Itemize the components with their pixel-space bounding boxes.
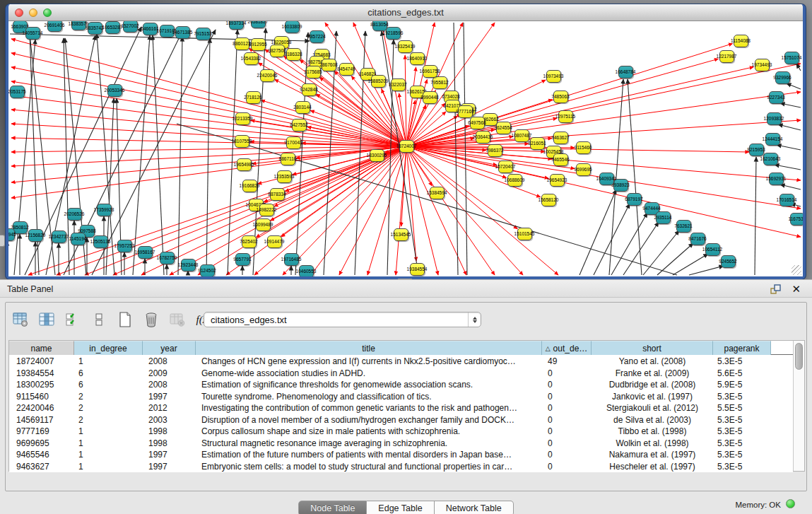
window-titlebar[interactable]: citations_edges.txt <box>8 4 803 21</box>
network-node[interactable]: 1167533 <box>790 213 804 226</box>
network-node[interactable]: 10460553 <box>299 265 314 276</box>
network-node[interactable]: 19166829 <box>242 180 257 192</box>
network-node[interactable]: 1527002 <box>123 21 138 33</box>
network-node[interactable]: 8427552 <box>292 119 307 132</box>
network-node[interactable]: 9242848 <box>302 83 317 96</box>
network-node[interactable]: 3175685 <box>306 66 321 78</box>
show-columns-icon[interactable] <box>37 310 56 329</box>
network-node[interactable]: 2935114 <box>656 211 671 224</box>
column-header-indegree[interactable]: in_degree <box>74 341 143 355</box>
select-attributes-icon[interactable] <box>64 310 82 329</box>
network-node[interactable]: 18107558 <box>235 135 249 148</box>
network-node[interactable]: 19654985 <box>237 158 252 171</box>
network-node[interactable]: 20581827 <box>251 21 266 28</box>
network-node[interactable]: 9827508 <box>270 45 285 57</box>
network-node[interactable]: 12923448 <box>181 259 196 271</box>
network-node[interactable]: 16782759 <box>160 252 175 264</box>
network-node[interactable]: 15134545 <box>394 228 408 241</box>
network-node[interactable]: 10543382 <box>244 52 259 65</box>
network-node[interactable]: 9124502 <box>200 264 215 276</box>
network-node[interactable]: 11154088 <box>734 35 748 47</box>
network-node[interactable]: 12444154 <box>765 133 780 146</box>
network-node[interactable]: 12505135 <box>93 235 108 248</box>
column-header-name[interactable]: name <box>9 341 74 355</box>
network-node[interactable]: 15751074 <box>784 52 799 64</box>
column-header-pagerank[interactable]: pagerank <box>713 341 771 355</box>
network-node[interactable]: 12975115 <box>558 110 573 123</box>
network-node[interactable]: 10688609 <box>507 174 522 187</box>
network-node[interactable]: 20053346 <box>107 84 122 97</box>
network-node[interactable]: 7857224 <box>310 30 324 43</box>
network-node[interactable]: 15692931 <box>769 173 784 185</box>
network-node[interactable]: 10914479 <box>267 235 282 248</box>
network-node[interactable]: 8912955 <box>251 38 266 51</box>
network-node[interactable]: 8867110 <box>281 153 295 165</box>
table-row[interactable]: 911546021997Tourette syndrome. Phenomeno… <box>9 391 793 403</box>
network-node[interactable]: 9835742 <box>88 22 102 35</box>
window-resize-grip[interactable] <box>792 265 801 275</box>
network-node[interactable]: 12342737 <box>52 230 66 243</box>
network-node[interactable]: 2718126 <box>246 91 261 104</box>
table-row[interactable]: 1872400712008Changes of HCN gene express… <box>9 356 793 368</box>
table-row[interactable]: 1830029562008Estimation of significance … <box>9 379 793 391</box>
network-node[interactable]: 7485063 <box>553 90 568 103</box>
table-row[interactable]: 977716911998Corpus callosum shape and si… <box>9 426 793 438</box>
network-node[interactable]: 9657791 <box>235 253 250 266</box>
network-node[interactable]: 15885209 <box>371 75 386 88</box>
network-node[interactable]: 8215953 <box>749 144 764 156</box>
table-row[interactable]: 1938455462009Genome-wide association stu… <box>9 368 793 380</box>
collapsed-panel-handle[interactable] <box>0 235 5 247</box>
network-node[interactable]: 16033809 <box>285 21 300 33</box>
network-node[interactable]: 10654112 <box>705 243 720 256</box>
network-node[interactable]: 17957253 <box>117 240 132 252</box>
network-node[interactable]: 19716485 <box>284 253 299 266</box>
column-header-title[interactable]: title <box>196 341 542 355</box>
network-node[interactable]: 14982222 <box>259 204 274 216</box>
network-node[interactable]: 2867608 <box>322 59 336 71</box>
column-header-short[interactable]: short <box>592 341 713 355</box>
network-node[interactable]: 18383579 <box>71 21 86 30</box>
scrollbar-thumb[interactable] <box>795 343 803 370</box>
column-header-outde[interactable]: △out_de… <box>542 341 592 355</box>
network-node[interactable]: 8471676 <box>690 233 705 245</box>
network-hub-node[interactable]: 18724007 <box>399 140 414 153</box>
network-node[interactable]: 17359928 <box>97 204 112 216</box>
row-height-icon[interactable] <box>90 310 108 329</box>
vertical-scrollbar[interactable] <box>793 341 804 471</box>
network-node[interactable]: 9777169 <box>458 105 473 118</box>
network-node[interactable]: 6466161 <box>143 23 158 35</box>
float-panel-icon[interactable] <box>770 284 781 294</box>
network-node[interactable]: 10807487 <box>514 129 529 142</box>
network-node[interactable]: 12156829 <box>28 229 43 242</box>
network-node[interactable]: 7986372 <box>488 144 502 157</box>
network-node[interactable]: 19384554 <box>410 263 425 276</box>
network-node[interactable]: 20364436 <box>476 131 490 144</box>
delete-attribute-icon[interactable] <box>142 310 160 329</box>
network-node[interactable]: 16210643 <box>763 153 778 165</box>
table-row[interactable]: 969969511998Structural magnetic resonanc… <box>9 438 793 450</box>
network-node[interactable]: 2053175 <box>10 86 25 98</box>
network-node[interactable]: 8860123 <box>235 37 249 50</box>
network-node[interactable]: 17016514 <box>779 194 794 206</box>
network-node[interactable]: 22420046 <box>260 69 275 82</box>
network-node[interactable]: 18325419 <box>398 40 413 53</box>
close-panel-icon[interactable]: ✕ <box>792 283 801 296</box>
table-row[interactable]: 946554611997Estimation of the future num… <box>9 449 793 461</box>
network-node[interactable]: 20206526 <box>67 208 82 221</box>
network-node[interactable]: 8454749 <box>339 63 354 76</box>
network-node[interactable]: 1145194 <box>71 233 86 245</box>
table-select-dropdown[interactable]: citations_edges.txt <box>204 312 481 327</box>
network-node[interactable]: 7915153 <box>196 28 211 40</box>
network-node[interactable]: 15384594 <box>430 187 445 199</box>
network-node[interactable]: 18300295 <box>370 149 384 162</box>
table-row[interactable]: 2242004622012Investigating the contribut… <box>9 402 793 414</box>
network-node[interactable]: 9463627 <box>553 132 568 144</box>
network-node[interactable]: 9329966 <box>775 71 790 84</box>
network-node[interactable]: 9245652 <box>721 255 736 268</box>
network-node[interactable]: 9465546 <box>553 153 568 166</box>
network-node[interactable]: 16409341 <box>599 173 614 185</box>
network-node[interactable]: 10653287 <box>105 21 120 34</box>
network-node[interactable]: 15658120 <box>541 194 556 206</box>
network-node[interactable]: 7625402 <box>242 235 257 248</box>
table-settings-icon[interactable] <box>11 310 30 329</box>
